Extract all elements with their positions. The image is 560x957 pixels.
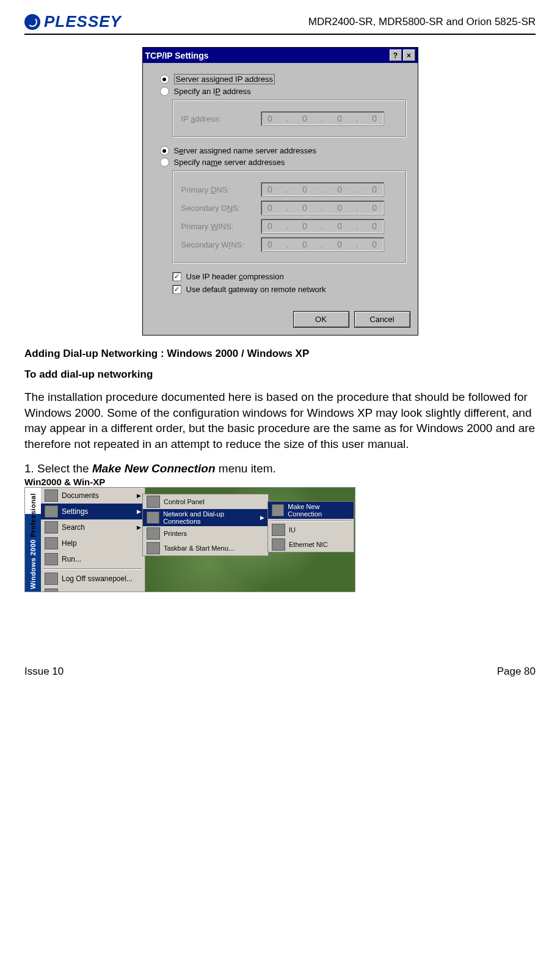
check-icon: ✓ [172,272,181,281]
ok-button[interactable]: OK [293,311,349,328]
start-item-documents[interactable]: Documents▶ [41,488,145,504]
start-menu-screenshot: Windows 2000 Professional Documents▶ Set… [24,487,355,592]
connection-icon [272,524,285,536]
network-icon [147,512,159,524]
page-footer: Issue 10 Page 80 [24,666,536,678]
radio-label: Specify name server addresses [174,158,285,167]
start-item-logoff[interactable]: Log Off sswanepoel... [41,571,145,587]
ip-address-input: 0. 0. 0. 0 [261,111,384,126]
ip-address-label: IP address: [181,114,261,123]
secondary-dns-label: Secondary DNS: [181,204,261,213]
settings-icon [45,505,58,518]
start-item-search[interactable]: Search▶ [41,519,145,535]
ethernet-icon [272,538,285,551]
primary-wins-input: 0. 0. 0. 0 [261,219,384,233]
radio-specify-ip[interactable]: Specify an IP address [160,87,407,96]
start-item-settings[interactable]: Settings▶ [41,504,145,519]
settings-submenu: Control Panel Network and Dial-up Connec… [142,494,269,556]
network-submenu: Make New Connection IU Ethernet NIC [267,501,354,552]
start-item-run[interactable]: Run... [41,551,145,567]
radio-label: Specify an IP address [174,87,251,96]
dialog-title: TCP/IP Settings [145,51,388,61]
radio-label: Server assigned name server addresses [174,146,316,155]
plessey-logo-icon [24,14,40,30]
submenu-ethernet[interactable]: Ethernet NIC [268,537,354,552]
submenu-iu[interactable]: IU [268,522,354,537]
cancel-button[interactable]: Cancel [354,311,410,328]
primary-dns-label: Primary DNS: [181,185,261,194]
submenu-make-new-connection[interactable]: Make New Connection [268,502,354,519]
logo: PLESSEY [24,12,122,31]
radio-icon [160,75,169,84]
documents-icon [45,490,58,502]
search-icon [45,521,58,534]
run-icon [45,553,58,565]
step-1: 1. Select the Make New Connection menu i… [24,462,536,475]
dialog-titlebar: TCP/IP Settings ? × [143,48,418,63]
submenu-taskbar[interactable]: Taskbar & Start Menu... [143,541,268,556]
printers-icon [147,527,160,540]
header-title: MDR2400-SR, MDR5800-SR and Orion 5825-SR [308,16,536,28]
radio-server-ip[interactable]: Server assigned IP address [160,74,407,84]
radio-icon [160,87,169,96]
tcpip-dialog: TCP/IP Settings ? × Server assigned IP a… [142,47,418,336]
submenu-network[interactable]: Network and Dial-up Connections▶ [143,509,268,526]
issue-number: Issue 10 [24,666,64,678]
start-menu-column: Documents▶ Settings▶ Search▶ Help Run...… [41,488,145,592]
checkbox-default-gateway[interactable]: ✓ Use default gateway on remote network [172,285,407,294]
control-panel-icon [147,496,160,508]
secondary-wins-input: 0. 0. 0. 0 [261,237,384,252]
radio-icon [160,146,169,155]
new-connection-icon [272,504,284,516]
logo-text: PLESSEY [44,12,122,31]
primary-dns-input: 0. 0. 0. 0 [261,182,384,197]
check-icon: ✓ [172,285,181,294]
checkbox-label: Use default gateway on remote network [186,285,326,294]
page-header: PLESSEY MDR2400-SR, MDR5800-SR and Orion… [24,12,536,35]
checkbox-label: Use IP header compression [186,272,284,281]
checkbox-ip-compression[interactable]: ✓ Use IP header compression [172,272,407,281]
taskbar-icon [147,542,160,554]
logoff-icon [45,573,58,585]
help-icon [45,537,58,549]
radio-server-dns[interactable]: Server assigned name server addresses [160,146,407,155]
page-number: Page 80 [497,666,536,678]
radio-icon [160,158,169,167]
radio-label: Server assigned IP address [174,74,275,84]
body-paragraph: The installation procedure documented he… [24,389,536,452]
figure-caption: Win2000 & Win-XP [24,477,536,487]
radio-specify-dns[interactable]: Specify name server addresses [160,158,407,167]
close-button[interactable]: × [403,50,415,61]
start-item-shutdown[interactable]: Shut Down... [41,587,145,592]
primary-wins-label: Primary WINS: [181,222,261,231]
ip-group: IP address: 0. 0. 0. 0 [172,100,407,138]
help-button[interactable]: ? [390,50,402,61]
section-heading: Adding Dial-up Networking : Windows 2000… [24,348,536,360]
secondary-wins-label: Secondary WINS: [181,240,261,249]
submenu-control-panel[interactable]: Control Panel [143,494,268,509]
shutdown-icon [45,588,58,592]
windows2000-strip: Windows 2000 Professional [25,488,41,592]
subsection-heading: To add dial-up networking [24,369,536,381]
secondary-dns-input: 0. 0. 0. 0 [261,200,384,215]
start-item-help[interactable]: Help [41,535,145,551]
submenu-printers[interactable]: Printers [143,526,268,541]
dns-group: Primary DNS: 0. 0. 0. 0 Secondary DNS: 0… [172,170,407,263]
